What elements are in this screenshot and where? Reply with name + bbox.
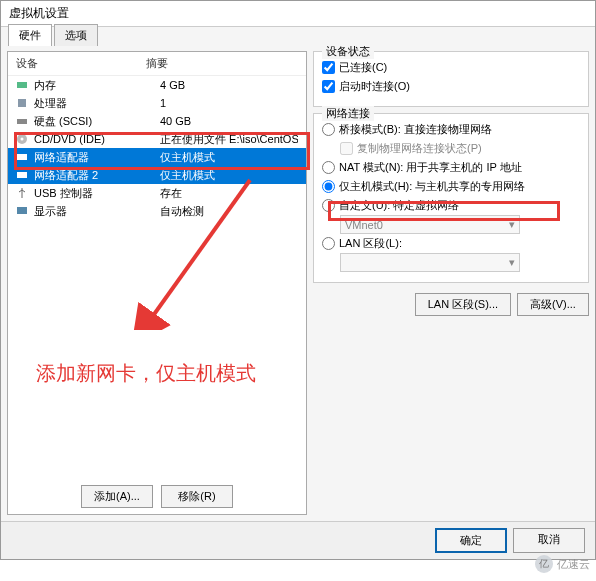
svg-rect-7 xyxy=(17,207,27,214)
label: LAN 区段(L): xyxy=(339,236,402,251)
hw-summary: 1 xyxy=(160,97,298,109)
tab-hardware[interactable]: 硬件 xyxy=(8,24,52,46)
hw-name: 网络适配器 xyxy=(34,150,160,165)
list-item[interactable]: CD/DVD (IDE)正在使用文件 E:\iso\CentOS-7-... xyxy=(8,130,306,148)
svg-rect-1 xyxy=(18,99,26,107)
chevron-down-icon: ▾ xyxy=(509,256,515,269)
vmnet-select: VMnet0▾ xyxy=(340,215,520,234)
list-item[interactable]: USB 控制器存在 xyxy=(8,184,306,202)
hw-button-row: 添加(A)... 移除(R) xyxy=(8,479,306,514)
hw-summary: 存在 xyxy=(160,186,298,201)
lan-segments-button[interactable]: LAN 区段(S)... xyxy=(415,293,511,316)
hardware-panel: 设备 摘要 内存4 GB 处理器1 硬盘 (SCSI)40 GB CD/DVD … xyxy=(7,51,307,515)
label: 启动时连接(O) xyxy=(339,79,410,94)
svg-rect-5 xyxy=(17,154,27,160)
tab-options[interactable]: 选项 xyxy=(54,24,98,46)
hw-name: USB 控制器 xyxy=(34,186,160,201)
label: 仅主机模式(H): 与主机共享的专用网络 xyxy=(339,179,525,194)
device-status-group: 设备状态 已连接(C) 启动时连接(O) xyxy=(313,51,589,107)
cpu-icon xyxy=(16,97,30,109)
watermark-text: 亿速云 xyxy=(557,557,590,572)
memory-icon xyxy=(16,79,30,91)
hw-name: 硬盘 (SCSI) xyxy=(34,114,160,129)
radio[interactable] xyxy=(322,123,335,136)
select-value: VMnet0 xyxy=(345,219,383,231)
watermark: 亿 亿速云 xyxy=(535,555,590,573)
connect-at-power-checkbox[interactable]: 启动时连接(O) xyxy=(322,77,580,96)
col-summary: 摘要 xyxy=(146,56,168,71)
list-item[interactable]: 硬盘 (SCSI)40 GB xyxy=(8,112,306,130)
checkbox[interactable] xyxy=(322,80,335,93)
checkbox[interactable] xyxy=(322,61,335,74)
col-device: 设备 xyxy=(16,56,146,71)
hw-list[interactable]: 内存4 GB 处理器1 硬盘 (SCSI)40 GB CD/DVD (IDE)正… xyxy=(8,76,306,479)
ok-button[interactable]: 确定 xyxy=(435,528,507,553)
svg-rect-6 xyxy=(17,172,27,178)
add-button[interactable]: 添加(A)... xyxy=(81,485,153,508)
dialog-body: 设备 摘要 内存4 GB 处理器1 硬盘 (SCSI)40 GB CD/DVD … xyxy=(1,27,595,521)
list-item[interactable]: 处理器1 xyxy=(8,94,306,112)
bridged-radio[interactable]: 桥接模式(B): 直接连接物理网络 xyxy=(322,120,580,139)
disk-icon xyxy=(16,115,30,127)
advanced-button[interactable]: 高级(V)... xyxy=(517,293,589,316)
network-connection-group: 网络连接 桥接模式(B): 直接连接物理网络 复制物理网络连接状态(P) NAT… xyxy=(313,113,589,283)
hw-name: 网络适配器 2 xyxy=(34,168,160,183)
hw-name: 处理器 xyxy=(34,96,160,111)
cd-icon xyxy=(16,133,30,145)
hw-name: 显示器 xyxy=(34,204,160,219)
svg-rect-0 xyxy=(17,82,27,88)
hw-summary: 40 GB xyxy=(160,115,298,127)
group-title: 设备状态 xyxy=(322,44,374,59)
network-icon xyxy=(16,169,30,181)
radio[interactable] xyxy=(322,180,335,193)
hw-summary: 自动检测 xyxy=(160,204,298,219)
dialog-footer: 确定 取消 xyxy=(1,521,595,559)
watermark-logo-icon: 亿 xyxy=(535,555,553,573)
settings-panel: 设备状态 已连接(C) 启动时连接(O) 网络连接 桥接模式(B): 直接连接物… xyxy=(313,51,589,515)
custom-radio[interactable]: 自定义(U): 特定虚拟网络 xyxy=(322,196,580,215)
annotation-text: 添加新网卡，仅主机模式 xyxy=(36,360,256,387)
label: 自定义(U): 特定虚拟网络 xyxy=(339,198,459,213)
nat-radio[interactable]: NAT 模式(N): 用于共享主机的 IP 地址 xyxy=(322,158,580,177)
connected-checkbox[interactable]: 已连接(C) xyxy=(322,58,580,77)
tab-bar: 硬件 选项 xyxy=(8,24,98,46)
lan-select: ▾ xyxy=(340,253,520,272)
cancel-button[interactable]: 取消 xyxy=(513,528,585,553)
list-item[interactable]: 显示器自动检测 xyxy=(8,202,306,220)
lan-segment-radio[interactable]: LAN 区段(L): xyxy=(322,234,580,253)
replicate-checkbox: 复制物理网络连接状态(P) xyxy=(340,139,580,158)
remove-button[interactable]: 移除(R) xyxy=(161,485,233,508)
vm-settings-dialog: 虚拟机设置 硬件 选项 设备 摘要 内存4 GB 处理器1 硬盘 (SCSI)4… xyxy=(0,0,596,560)
hw-summary: 4 GB xyxy=(160,79,298,91)
hw-summary: 仅主机模式 xyxy=(160,168,298,183)
hw-name: CD/DVD (IDE) xyxy=(34,133,160,145)
list-item[interactable]: 网络适配器 2仅主机模式 xyxy=(8,166,306,184)
list-item[interactable]: 内存4 GB xyxy=(8,76,306,94)
display-icon xyxy=(16,205,30,217)
hw-name: 内存 xyxy=(34,78,160,93)
hostonly-radio[interactable]: 仅主机模式(H): 与主机共享的专用网络 xyxy=(322,177,580,196)
label: 复制物理网络连接状态(P) xyxy=(357,141,482,156)
network-icon xyxy=(16,151,30,163)
radio[interactable] xyxy=(322,237,335,250)
radio[interactable] xyxy=(322,199,335,212)
hw-list-header: 设备 摘要 xyxy=(8,52,306,76)
radio[interactable] xyxy=(322,161,335,174)
label: NAT 模式(N): 用于共享主机的 IP 地址 xyxy=(339,160,522,175)
hw-summary: 正在使用文件 E:\iso\CentOS-7-... xyxy=(160,132,298,147)
right-button-row: LAN 区段(S)... 高级(V)... xyxy=(313,289,589,316)
group-title: 网络连接 xyxy=(322,106,374,121)
label: 桥接模式(B): 直接连接物理网络 xyxy=(339,122,492,137)
checkbox xyxy=(340,142,353,155)
chevron-down-icon: ▾ xyxy=(509,218,515,231)
hw-summary: 仅主机模式 xyxy=(160,150,298,165)
label: 已连接(C) xyxy=(339,60,387,75)
svg-rect-2 xyxy=(17,119,27,124)
list-item[interactable]: 网络适配器仅主机模式 xyxy=(8,148,306,166)
svg-point-4 xyxy=(21,138,24,141)
usb-icon xyxy=(16,187,30,199)
